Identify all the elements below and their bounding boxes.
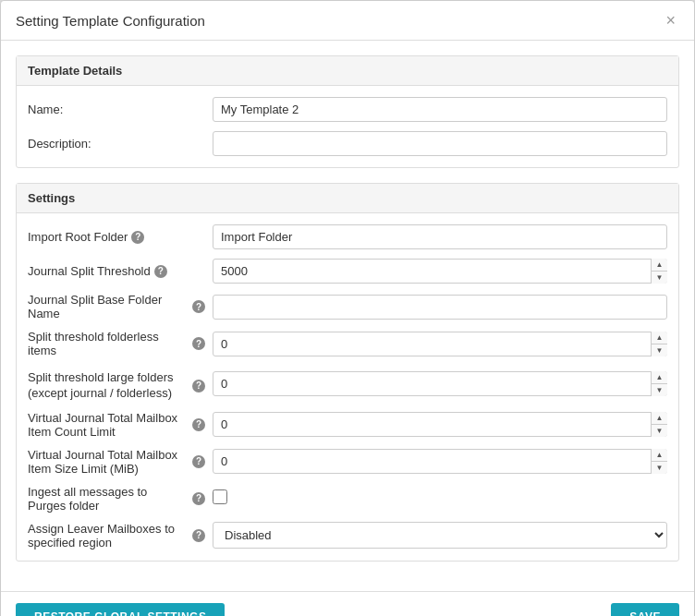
name-row: Name: — [28, 97, 667, 122]
split-large-folders-down[interactable]: ▼ — [652, 384, 667, 396]
journal-split-threshold-spinner: ▲ ▼ — [213, 259, 667, 284]
split-large-folders-label: Split threshold large folders (except jo… — [28, 367, 213, 402]
virtual-journal-size-help-icon[interactable]: ? — [192, 455, 205, 468]
assign-leaver-row: Assign Leaver Mailboxes to specified reg… — [28, 522, 667, 550]
name-input[interactable] — [213, 97, 667, 122]
restore-global-settings-button[interactable]: RESTORE GLOBAL SETTINGS — [16, 603, 225, 616]
virtual-journal-count-spinner: ▲ ▼ — [213, 412, 667, 437]
journal-split-threshold-up[interactable]: ▲ — [652, 259, 667, 272]
split-large-folders-help-icon[interactable]: ? — [192, 380, 205, 393]
ingest-purges-control — [213, 489, 667, 507]
journal-split-base-folder-row: Journal Split Base Folder Name ? — [28, 293, 667, 320]
journal-split-threshold-down[interactable]: ▼ — [652, 272, 667, 284]
assign-leaver-select[interactable]: Disabled Region 1 Region 2 — [213, 522, 667, 549]
virtual-journal-size-row: Virtual Journal Total Mailbox Item Size … — [28, 448, 667, 476]
template-details-body: Name: Description: — [17, 86, 678, 167]
settings-body: Import Root Folder ? Journal Split Thres… — [17, 213, 678, 561]
save-button[interactable]: SAVE — [611, 603, 679, 616]
virtual-journal-size-control: ▲ ▼ — [213, 449, 667, 474]
description-control — [213, 131, 667, 156]
assign-leaver-control: Disabled Region 1 Region 2 — [213, 522, 667, 549]
virtual-journal-count-control: ▲ ▼ — [213, 412, 667, 437]
dialog-body: Template Details Name: Description: Se — [1, 41, 694, 591]
description-label: Description: — [28, 137, 213, 151]
settings-header: Settings — [17, 184, 678, 213]
split-large-folders-row: Split threshold large folders (except jo… — [28, 367, 667, 402]
virtual-journal-count-label: Virtual Journal Total Mailbox Item Count… — [28, 411, 213, 439]
dialog-footer: RESTORE GLOBAL SETTINGS SAVE — [1, 591, 694, 616]
journal-split-base-folder-label: Journal Split Base Folder Name ? — [28, 293, 213, 320]
name-label: Name: — [28, 103, 213, 116]
name-control — [213, 97, 667, 122]
ingest-purges-row: Ingest all messages to Purges folder ? — [28, 485, 667, 513]
virtual-journal-count-row: Virtual Journal Total Mailbox Item Count… — [28, 411, 667, 439]
import-root-folder-row: Import Root Folder ? — [28, 224, 667, 249]
ingest-purges-label: Ingest all messages to Purges folder ? — [28, 485, 213, 513]
dialog-header: Setting Template Configuration × — [1, 1, 694, 41]
import-root-folder-label: Import Root Folder ? — [28, 230, 213, 244]
assign-leaver-label: Assign Leaver Mailboxes to specified reg… — [28, 522, 213, 550]
split-folderless-help-icon[interactable]: ? — [192, 337, 205, 350]
split-folderless-input[interactable] — [213, 332, 667, 356]
journal-split-threshold-input[interactable] — [213, 259, 667, 284]
journal-split-threshold-help-icon[interactable]: ? — [154, 265, 167, 278]
virtual-journal-size-up[interactable]: ▲ — [652, 449, 667, 462]
import-root-folder-control — [213, 224, 667, 249]
split-folderless-down[interactable]: ▼ — [652, 344, 667, 356]
split-folderless-spinner: ▲ ▼ — [213, 332, 667, 356]
journal-split-base-folder-help-icon[interactable]: ? — [192, 300, 205, 313]
virtual-journal-size-label: Virtual Journal Total Mailbox Item Size … — [28, 448, 213, 476]
settings-section: Settings Import Root Folder ? Journal Sp… — [16, 183, 679, 562]
dialog-title: Setting Template Configuration — [16, 13, 205, 29]
journal-split-threshold-label: Journal Split Threshold ? — [28, 264, 213, 278]
template-details-header: Template Details — [17, 56, 678, 86]
journal-split-threshold-control: ▲ ▼ — [213, 259, 667, 284]
ingest-purges-help-icon[interactable]: ? — [192, 492, 205, 505]
virtual-journal-count-help-icon[interactable]: ? — [192, 418, 205, 431]
virtual-journal-count-down[interactable]: ▼ — [652, 425, 667, 437]
split-folderless-label: Split threshold folderless items ? — [28, 330, 213, 357]
split-folderless-control: ▲ ▼ — [213, 332, 667, 356]
import-root-folder-help-icon[interactable]: ? — [131, 231, 144, 244]
assign-leaver-help-icon[interactable]: ? — [192, 529, 205, 542]
journal-split-base-folder-control — [213, 295, 667, 320]
virtual-journal-size-spinner: ▲ ▼ — [213, 449, 667, 474]
split-folderless-row: Split threshold folderless items ? ▲ ▼ — [28, 330, 667, 357]
import-root-folder-input[interactable] — [213, 224, 667, 249]
virtual-journal-size-input[interactable] — [213, 449, 667, 474]
description-row: Description: — [28, 131, 667, 156]
split-large-folders-up[interactable]: ▲ — [652, 371, 667, 384]
journal-split-threshold-row: Journal Split Threshold ? ▲ ▼ — [28, 259, 667, 284]
close-button[interactable]: × — [662, 12, 679, 29]
virtual-journal-count-input[interactable] — [213, 412, 667, 437]
split-large-folders-spinner: ▲ ▼ — [213, 371, 667, 396]
split-large-folders-input[interactable] — [213, 371, 667, 396]
description-input[interactable] — [213, 131, 667, 156]
split-large-folders-control: ▲ ▼ — [213, 371, 667, 396]
split-folderless-up[interactable]: ▲ — [652, 332, 667, 344]
template-details-section: Template Details Name: Description: — [16, 55, 679, 168]
setting-template-dialog: Setting Template Configuration × Templat… — [0, 0, 695, 616]
journal-split-base-folder-input[interactable] — [213, 295, 667, 320]
virtual-journal-count-up[interactable]: ▲ — [652, 412, 667, 425]
ingest-purges-checkbox[interactable] — [213, 489, 227, 504]
virtual-journal-size-down[interactable]: ▼ — [652, 462, 667, 474]
